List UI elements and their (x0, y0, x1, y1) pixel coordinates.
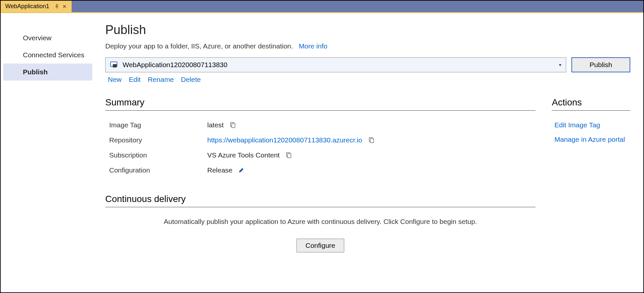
window: WebApplication1 ✕ Overview Connected Ser… (0, 0, 644, 293)
edit-icon[interactable] (238, 167, 244, 173)
main: Publish Deploy your app to a folder, IIS… (92, 13, 643, 292)
page-title: Publish (105, 23, 630, 37)
cd-button-wrap: Configure (105, 239, 535, 252)
columns: Summary Image Tag latest Repository http… (105, 97, 630, 252)
summary-value-subscription: VS Azure Tools Content (207, 151, 535, 159)
sidebar: Overview Connected Services Publish (1, 13, 92, 292)
action-manage-azure-portal[interactable]: Manage in Azure portal (552, 136, 630, 143)
summary-grid: Image Tag latest Repository https://weba… (105, 121, 535, 174)
profile-actions: New Edit Rename Delete (105, 76, 630, 83)
profile-action-edit[interactable]: Edit (129, 76, 141, 83)
subtitle-text: Deploy your app to a folder, IIS, Azure,… (105, 42, 293, 50)
copy-icon[interactable] (229, 122, 235, 128)
page-subtitle: Deploy your app to a folder, IIS, Azure,… (105, 42, 630, 50)
configuration-value: Release (207, 166, 232, 174)
summary-label-subscription: Subscription (109, 151, 207, 159)
more-info-link[interactable]: More info (299, 42, 328, 50)
configure-button[interactable]: Configure (297, 239, 344, 252)
actions-header: Actions (552, 97, 630, 111)
document-tab[interactable]: WebApplication1 ✕ (1, 1, 72, 12)
cd-description: Automatically publish your application t… (105, 218, 535, 226)
profile-action-rename[interactable]: Rename (148, 76, 174, 83)
image-tag-value: latest (207, 121, 224, 129)
summary-column: Summary Image Tag latest Repository http… (105, 97, 535, 252)
sidebar-item-connected-services[interactable]: Connected Services (3, 46, 92, 64)
close-icon[interactable]: ✕ (62, 4, 67, 9)
container-icon (110, 62, 118, 68)
summary-label-image-tag: Image Tag (109, 121, 207, 129)
tab-title: WebApplication1 (5, 3, 51, 10)
summary-header: Summary (105, 97, 535, 111)
action-edit-image-tag[interactable]: Edit Image Tag (552, 121, 630, 129)
profile-row: WebApplication120200807113830 ▾ Publish (105, 57, 630, 72)
profile-selected: WebApplication120200807113830 (123, 61, 228, 69)
summary-label-repository: Repository (109, 136, 207, 144)
subscription-value: VS Azure Tools Content (207, 151, 280, 159)
cd-header: Continuous delivery (105, 194, 535, 207)
sidebar-item-overview[interactable]: Overview (3, 29, 92, 46)
chevron-down-icon: ▾ (559, 62, 561, 67)
copy-icon[interactable] (368, 137, 374, 143)
profile-action-new[interactable]: New (108, 76, 122, 83)
svg-rect-1 (232, 124, 235, 128)
title-bar: WebApplication1 ✕ (1, 1, 643, 13)
summary-value-repository: https://webapplication120200807113830.az… (207, 136, 535, 144)
continuous-delivery-section: Continuous delivery Automatically publis… (105, 194, 535, 252)
summary-label-configuration: Configuration (109, 166, 207, 174)
profile-dropdown[interactable]: WebApplication120200807113830 ▾ (105, 57, 566, 72)
body: Overview Connected Services Publish Publ… (1, 13, 643, 292)
publish-button[interactable]: Publish (571, 57, 630, 72)
svg-rect-3 (370, 139, 374, 143)
pin-icon[interactable] (55, 4, 59, 9)
svg-rect-5 (288, 154, 291, 158)
profile-action-delete[interactable]: Delete (181, 76, 201, 83)
repository-link[interactable]: https://webapplication120200807113830.az… (207, 136, 362, 144)
summary-value-image-tag: latest (207, 121, 535, 129)
summary-value-configuration: Release (207, 166, 535, 174)
copy-icon[interactable] (285, 152, 291, 158)
sidebar-item-publish[interactable]: Publish (3, 64, 92, 81)
actions-column: Actions Edit Image Tag Manage in Azure p… (552, 97, 630, 252)
